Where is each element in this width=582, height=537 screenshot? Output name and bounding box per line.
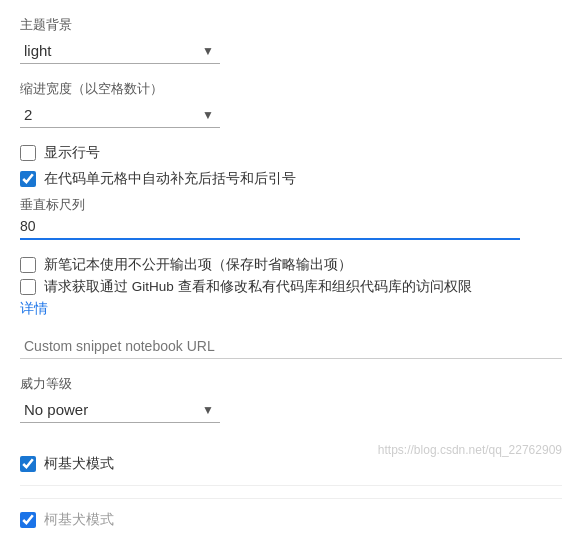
- show-line-numbers-checkbox[interactable]: [20, 145, 36, 161]
- theme-select[interactable]: light: [20, 38, 220, 64]
- indent-select[interactable]: 2: [20, 102, 220, 128]
- indent-label: 缩进宽度（以空格数计）: [20, 80, 562, 98]
- vertical-ruler-label: 垂直标尺列: [20, 196, 562, 214]
- detail-link[interactable]: 详情: [20, 300, 48, 318]
- theme-label: 主题背景: [20, 16, 562, 34]
- snippet-url-input[interactable]: [20, 334, 562, 359]
- corgi-mode-row: 柯基犬模式: [20, 455, 562, 473]
- corgi-mode-label: 柯基犬模式: [44, 455, 114, 473]
- github-access-row: 请求获取通过 GitHub 查看和修改私有代码库和组织代码库的访问权限: [20, 278, 562, 296]
- power-section: 威力等级 No power ▼: [20, 375, 562, 439]
- power-dropdown-wrapper: No power ▼: [20, 397, 220, 423]
- no-output-checkbox[interactable]: [20, 257, 36, 273]
- vertical-ruler-value: 80: [20, 218, 520, 240]
- auto-close-row: 在代码单元格中自动补充后括号和后引号: [20, 170, 562, 188]
- corgi-bottom-label: 柯基犬模式: [44, 511, 114, 529]
- corgi-bottom-checkbox[interactable]: [20, 512, 36, 528]
- power-select[interactable]: No power: [20, 397, 220, 423]
- github-access-label: 请求获取通过 GitHub 查看和修改私有代码库和组织代码库的访问权限: [44, 278, 472, 296]
- power-label: 威力等级: [20, 375, 562, 393]
- no-output-row: 新笔记本使用不公开输出项（保存时省略输出项）: [20, 256, 562, 274]
- show-line-numbers-label: 显示行号: [44, 144, 100, 162]
- snippet-url-section: [20, 334, 562, 359]
- vertical-ruler-section: 垂直标尺列 80: [20, 196, 562, 240]
- auto-close-checkbox[interactable]: [20, 171, 36, 187]
- github-access-checkbox[interactable]: [20, 279, 36, 295]
- bottom-corgi-row: 柯基犬模式: [20, 498, 562, 529]
- corgi-mode-checkbox[interactable]: [20, 456, 36, 472]
- theme-dropdown-wrapper: light ▼: [20, 38, 220, 64]
- theme-section: 主题背景 light ▼: [20, 16, 562, 80]
- indent-dropdown-wrapper: 2 ▼: [20, 102, 220, 128]
- show-line-numbers-row: 显示行号: [20, 144, 562, 162]
- divider: [20, 485, 562, 486]
- no-output-label: 新笔记本使用不公开输出项（保存时省略输出项）: [44, 256, 352, 274]
- indent-section: 缩进宽度（以空格数计） 2 ▼: [20, 80, 562, 144]
- auto-close-label: 在代码单元格中自动补充后括号和后引号: [44, 170, 296, 188]
